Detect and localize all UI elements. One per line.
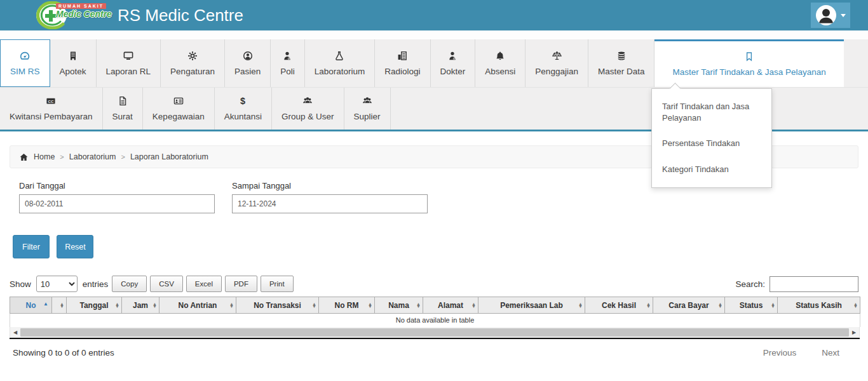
table-header-row: No▲ ▲▼ Tanggal▲▼ Jam▲▼ No Antrian▲▼ No T… <box>10 297 860 314</box>
users-icon <box>302 96 313 106</box>
filter-actions: Filter Reset <box>13 235 858 258</box>
sort-icon: ▲▼ <box>115 302 119 308</box>
column-header-pemeriksaan-lab[interactable]: Pemeriksaan Lab▲▼ <box>478 297 585 314</box>
column-header-no[interactable]: No▲ <box>10 297 52 314</box>
nav-item-poli[interactable]: Poli <box>271 39 305 87</box>
breadcrumb-separator: > <box>121 153 125 161</box>
dropdown-item-persentase-tindakan[interactable]: Persentase Tindakan <box>652 131 771 156</box>
nav-label: Akuntansi <box>224 112 262 121</box>
nav-label: Kwitansi Pembayaran <box>10 112 93 121</box>
column-header-status[interactable]: Status▲▼ <box>725 297 778 314</box>
column-header-cek-hasil[interactable]: Cek Hasil▲▼ <box>585 297 653 314</box>
id-card-icon <box>173 96 184 106</box>
column-header-nama[interactable]: Nama▲▼ <box>375 297 423 314</box>
dropdown-item-tarif-tindakan[interactable]: Tarif Tindakan dan Jasa Pelayanan <box>652 94 771 131</box>
entries-label: entries <box>83 279 109 289</box>
nav-item-laboratorium[interactable]: Laboratorium <box>305 39 376 87</box>
filter-button[interactable]: Filter <box>13 235 50 258</box>
column-header-no-transaksi[interactable]: No Transaksi▲▼ <box>236 297 319 314</box>
column-header-status-kasih[interactable]: Status Kasih▲▼ <box>778 297 860 314</box>
sort-icon: ▲▼ <box>416 302 421 308</box>
table-controls: Show 10 entries Copy CSV Excel PDF Print… <box>10 276 858 292</box>
breadcrumb-home[interactable]: Home <box>34 152 55 161</box>
excel-button[interactable]: Excel <box>186 276 222 292</box>
column-header-tanggal[interactable]: Tanggal▲▼ <box>67 297 122 314</box>
nav-item-kepegawaian[interactable]: Kepegawaian <box>143 88 215 130</box>
scroll-left-arrow-icon[interactable]: ◀ <box>10 330 20 335</box>
sort-icon: ▲▼ <box>229 302 234 308</box>
svg-text:$: $ <box>240 96 245 106</box>
sort-icon: ▲▼ <box>578 302 583 308</box>
logo-text: RUMAH SAKIT Medic Centre <box>56 3 112 19</box>
reset-button[interactable]: Reset <box>57 235 93 258</box>
print-button[interactable]: Print <box>261 276 294 292</box>
nav-item-penggajian[interactable]: Penggajian <box>526 39 588 87</box>
nav-item-laporan-rl[interactable]: Laporan RL <box>97 39 161 87</box>
nav-label: Master Tarif Tindakan & Jasa Pelayanan <box>672 67 825 77</box>
page-size-select[interactable]: 10 <box>36 276 78 292</box>
dollar-icon: $ <box>238 96 248 106</box>
user-md-icon <box>447 51 458 61</box>
desktop-icon <box>123 51 133 61</box>
nav-item-sim-rs[interactable]: SIM RS <box>0 39 50 87</box>
nav-item-kwitansi[interactable]: CC Kwitansi Pembayaran <box>0 88 103 130</box>
logo-line1: RUMAH SAKIT <box>56 3 106 9</box>
nav-label: SIM RS <box>10 67 40 76</box>
horizontal-scrollbar: ◀ ▶ <box>10 327 860 338</box>
next-page-link[interactable]: Next <box>822 348 839 358</box>
nav-item-radiologi[interactable]: Radiologi <box>375 39 430 87</box>
search-input[interactable] <box>770 276 858 292</box>
search-label: Search: <box>735 279 765 289</box>
from-date-input[interactable] <box>19 194 215 213</box>
copy-button[interactable]: Copy <box>112 276 147 292</box>
users-icon <box>362 96 372 106</box>
nav-label: Suplier <box>354 112 381 121</box>
user-circle-icon <box>243 51 253 61</box>
user-menu-button[interactable] <box>811 3 850 28</box>
to-date-input[interactable] <box>232 194 428 213</box>
table-footer: Showing 0 to 0 of 0 entries Previous Nex… <box>10 348 858 358</box>
scrollbar-thumb[interactable] <box>20 328 849 337</box>
from-date-group: Dari Tanggal <box>19 181 215 213</box>
logo-line2: Medic Centre <box>56 9 112 19</box>
nav-item-dokter[interactable]: Dokter <box>431 39 476 87</box>
scroll-right-arrow-icon[interactable]: ▶ <box>849 330 859 335</box>
nav-item-master-tarif[interactable]: Master Tarif Tindakan & Jasa Pelayanan <box>654 39 843 87</box>
column-header-blank[interactable]: ▲▼ <box>52 297 67 314</box>
nav-item-group-user[interactable]: Group & User <box>272 88 344 130</box>
nav-label: Laboratorium <box>315 67 365 76</box>
database-icon <box>616 51 627 61</box>
sort-icon: ▲▼ <box>718 302 722 308</box>
previous-page-link[interactable]: Previous <box>763 348 797 358</box>
nav-item-surat[interactable]: Surat <box>103 88 143 130</box>
user-md-icon <box>282 51 292 61</box>
nav-item-apotek[interactable]: Apotek <box>50 39 97 87</box>
building-icon <box>68 51 78 61</box>
nav-item-pasien[interactable]: Pasien <box>225 39 271 87</box>
column-header-alamat[interactable]: Alamat▲▼ <box>423 297 478 314</box>
file-icon <box>118 96 128 106</box>
nav-label: Dokter <box>440 67 466 76</box>
breadcrumb-laboratorium[interactable]: Laboratorium <box>69 152 116 161</box>
app-logo: RUMAH SAKIT Medic Centre <box>0 0 105 30</box>
nav-item-master-data[interactable]: Master Data <box>588 39 655 87</box>
column-header-jam[interactable]: Jam▲▼ <box>122 297 159 314</box>
nav-item-pengaturan[interactable]: Pengaturan <box>161 39 225 87</box>
dropdown-item-kategori-tindakan[interactable]: Kategori Tindakan <box>652 157 771 182</box>
column-header-cara-bayar[interactable]: Cara Bayar▲▼ <box>653 297 725 314</box>
fax-icon <box>397 51 407 61</box>
bell-icon <box>495 51 505 61</box>
gear-icon <box>187 51 198 61</box>
nav-item-akuntansi[interactable]: $ Akuntansi <box>215 88 272 130</box>
nav-label: Master Data <box>598 67 645 76</box>
svg-text:CC: CC <box>48 99 54 104</box>
sort-icon: ▲▼ <box>471 302 476 308</box>
pdf-button[interactable]: PDF <box>225 276 257 292</box>
nav-item-absensi[interactable]: Absensi <box>475 39 526 87</box>
sort-icon: ▲▼ <box>646 302 651 308</box>
column-header-no-rm[interactable]: No RM▲▼ <box>319 297 375 314</box>
empty-row: No data available in table <box>10 314 860 328</box>
column-header-no-antrian[interactable]: No Antrian▲▼ <box>159 297 236 314</box>
nav-item-suplier[interactable]: Suplier <box>344 88 391 130</box>
csv-button[interactable]: CSV <box>150 276 183 292</box>
